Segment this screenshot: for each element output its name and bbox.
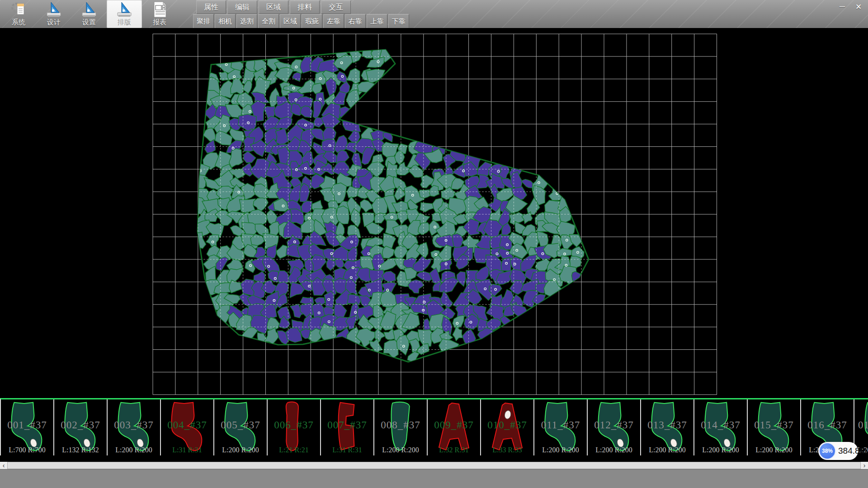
report-doc-icon (151, 1, 168, 18)
module-tabs: 系统设计设置排版报表 (1, 0, 177, 28)
thumbnail-cell-4[interactable]: 004_#37 L:31 R:31 (161, 399, 214, 455)
action-button-9[interactable]: 上靠 (367, 14, 387, 28)
piece-thumbnail-shape (429, 400, 479, 454)
action-button-4[interactable]: 全割 (258, 14, 279, 28)
progress-percent-badge: 38% (819, 442, 836, 460)
action-button-1[interactable]: 聚排 (193, 14, 214, 28)
gear-doc-icon (10, 1, 27, 18)
piece-thumbnail-shape (162, 400, 212, 454)
piece-thumbnail-shape (269, 400, 319, 454)
piece-thumbnail-strip: 001_#37 L:700 R:700 002_#37 L:132 R:132 … (0, 398, 868, 455)
module-tab-5[interactable]: 报表 (142, 0, 177, 28)
menu-item-3[interactable]: 区域 (259, 0, 288, 14)
action-button-10[interactable]: 下靠 (388, 14, 409, 28)
thumbnail-cell-15[interactable]: 015_#37 L:200 R:200 (748, 399, 801, 455)
piece-thumbnail-shape (2, 400, 52, 454)
module-tab-2[interactable]: 设计 (36, 0, 71, 28)
module-tab-label: 设计 (47, 18, 61, 26)
module-tab-label: 排版 (118, 18, 131, 26)
thumbnail-cell-9[interactable]: 009_#37 L:32 R:31 (428, 399, 481, 455)
module-tab-3[interactable]: 设置 (71, 0, 107, 28)
close-icon[interactable]: ✕ (852, 1, 865, 12)
minimize-icon[interactable]: ─ (835, 1, 849, 12)
menu-item-5[interactable]: 交互 (321, 0, 351, 14)
thumbnail-cell-2[interactable]: 002_#37 L:132 R:132 (54, 399, 108, 455)
scrollbar-right-arrow-icon[interactable]: › (861, 462, 868, 469)
piece-thumbnail-shape (376, 400, 425, 454)
piece-thumbnail-shape (216, 400, 265, 454)
piece-thumbnail-shape (109, 400, 159, 454)
action-button-2[interactable]: 相机 (215, 14, 236, 28)
thumbnail-cell-13[interactable]: 013_#37 L:200 R:200 (641, 399, 694, 455)
nested-piece[interactable] (343, 120, 361, 131)
window-controls: ─ ✕ (835, 1, 865, 12)
piece-thumbnail-shape (536, 400, 585, 454)
thumbnail-cell-5[interactable]: 005_#37 L:200 R:200 (214, 399, 268, 455)
scrollbar-thumb[interactable] (7, 462, 861, 469)
action-button-8[interactable]: 右靠 (345, 14, 366, 28)
horizontal-scrollbar[interactable]: ‹ › (0, 462, 868, 469)
piece-thumbnail-shape (589, 400, 639, 454)
thumbnail-cell-14[interactable]: 014_#37 L:200 R:200 (694, 399, 748, 455)
ruler-icon (81, 1, 97, 18)
ruler-icon (46, 1, 62, 18)
memory-usage-label: 384.8M (838, 442, 867, 460)
nesting-canvas-area[interactable] (0, 28, 868, 398)
piece-thumbnail-shape (749, 400, 799, 454)
menu-item-2[interactable]: 编辑 (227, 0, 257, 14)
status-badge: 38% 384.8M (818, 442, 858, 460)
action-button-6[interactable]: 瑕疵 (302, 14, 322, 28)
nesting-canvas[interactable] (0, 28, 868, 398)
thumbnail-cell-7[interactable]: 007_#37 L:31 R:31 (321, 399, 374, 455)
module-tab-4[interactable]: 排版 (107, 0, 142, 28)
app-window: 系统设计设置排版报表 属性编辑区域排料交互 聚排相机选割全割区域瑕疵左靠右靠上靠… (0, 0, 868, 488)
menu-bar: 属性编辑区域排料交互 (196, 0, 351, 14)
piece-thumbnail-shape (322, 400, 372, 454)
action-button-3[interactable]: 选割 (236, 14, 257, 28)
menu-item-4[interactable]: 排料 (290, 0, 320, 14)
action-button-5[interactable]: 区域 (280, 14, 301, 28)
nested-piece[interactable] (383, 340, 398, 359)
piece-thumbnail-shape (482, 400, 532, 454)
piece-thumbnail-shape (642, 400, 692, 454)
thumbnail-cell-3[interactable]: 003_#37 L:200 R:200 (108, 399, 161, 455)
toolbar: 系统设计设置排版报表 属性编辑区域排料交互 聚排相机选割全割区域瑕疵左靠右靠上靠… (0, 0, 868, 28)
module-tab-label: 设置 (82, 18, 96, 26)
piece-thumbnail-shape (56, 400, 105, 454)
action-button-7[interactable]: 左靠 (323, 14, 344, 28)
menu-item-1[interactable]: 属性 (196, 0, 226, 14)
module-tab-label: 报表 (153, 18, 166, 26)
thumbnail-cell-6[interactable]: 006_#37 L:21 R:21 (268, 399, 321, 455)
thumbnail-cell-1[interactable]: 001_#37 L:700 R:700 (1, 399, 54, 455)
action-toolbar: 聚排相机选割全割区域瑕疵左靠右靠上靠下靠 (193, 14, 409, 28)
thumbnail-cell-8[interactable]: 008_#37 L:200 R:200 (374, 399, 428, 455)
thumbnail-cell-10[interactable]: 010_#37 L:33 R:33 (481, 399, 534, 455)
scrollbar-left-arrow-icon[interactable]: ‹ (0, 462, 7, 469)
ruler-icon (116, 1, 132, 18)
thumbnail-cell-12[interactable]: 012_#37 L:200 R:200 (588, 399, 641, 455)
module-tab-label: 系统 (12, 18, 25, 26)
piece-thumbnail-shape (696, 400, 745, 454)
thumbnail-cell-11[interactable]: 011_#37 L:200 R:200 (534, 399, 588, 455)
window-footer (0, 469, 868, 488)
module-tab-1[interactable]: 系统 (1, 0, 36, 28)
